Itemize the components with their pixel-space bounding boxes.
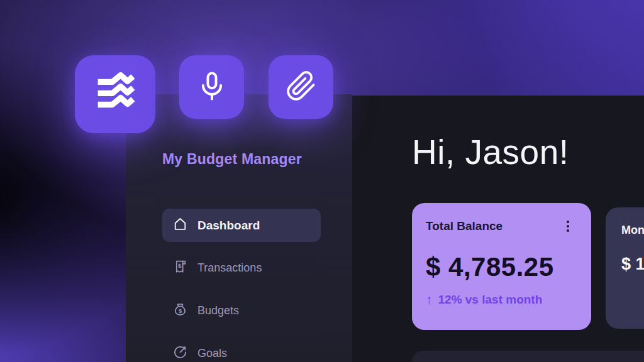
attachment-button[interactable] — [269, 55, 333, 119]
svg-text:$: $ — [179, 307, 182, 314]
app-viewport: My Budget Manager Dashboard $ — [0, 0, 644, 362]
balance-delta: ↑ 12% vs last month — [426, 292, 577, 307]
home-icon — [172, 216, 188, 235]
svg-text:$: $ — [178, 262, 182, 269]
kebab-menu-icon[interactable] — [558, 218, 577, 236]
microphone-icon — [196, 70, 228, 104]
main-content: Hi, Jason! Total Balance $ 4,785.25 ↑ 12… — [352, 96, 644, 362]
sidebar-item-budgets[interactable]: $ Budgets — [162, 294, 321, 327]
receipt-icon: $ — [172, 259, 188, 278]
monthly-card-title: Mon — [621, 224, 644, 237]
sidebar: My Budget Manager Dashboard $ — [126, 94, 352, 362]
app-title: My Budget Manager — [162, 151, 302, 168]
sidebar-nav: Dashboard $ Transactions $ — [162, 209, 321, 362]
monthly-card-partial: Mon $ 1 — [606, 207, 644, 329]
paperclip-icon — [286, 70, 317, 104]
sidebar-item-label: Dashboard — [197, 219, 260, 233]
greeting-heading: Hi, Jason! — [412, 132, 569, 172]
sidebar-item-dashboard[interactable]: Dashboard — [162, 209, 321, 242]
sidebar-item-label: Budgets — [197, 304, 239, 317]
balance-delta-text: 12% vs last month — [438, 293, 543, 307]
total-balance-title: Total Balance — [426, 219, 502, 233]
sidebar-item-transactions[interactable]: $ Transactions — [162, 251, 321, 285]
money-bag-icon: $ — [172, 302, 188, 321]
arrow-up-icon: ↑ — [426, 292, 433, 307]
total-balance-amount: $ 4,785.25 — [426, 252, 577, 282]
sidebar-item-label: Transactions — [197, 261, 262, 275]
microphone-button[interactable] — [179, 55, 244, 119]
total-balance-card: Total Balance $ 4,785.25 ↑ 12% vs last m… — [412, 203, 591, 330]
sidebar-item-goals[interactable]: Goals — [162, 337, 321, 362]
waves-logo-icon — [92, 72, 138, 118]
sidebar-item-label: Goals — [197, 347, 227, 360]
monthly-card-amount: $ 1 — [621, 255, 644, 274]
bottom-section-partial — [411, 351, 644, 362]
goal-target-icon — [172, 344, 188, 362]
waves-logo-button[interactable] — [75, 55, 155, 133]
